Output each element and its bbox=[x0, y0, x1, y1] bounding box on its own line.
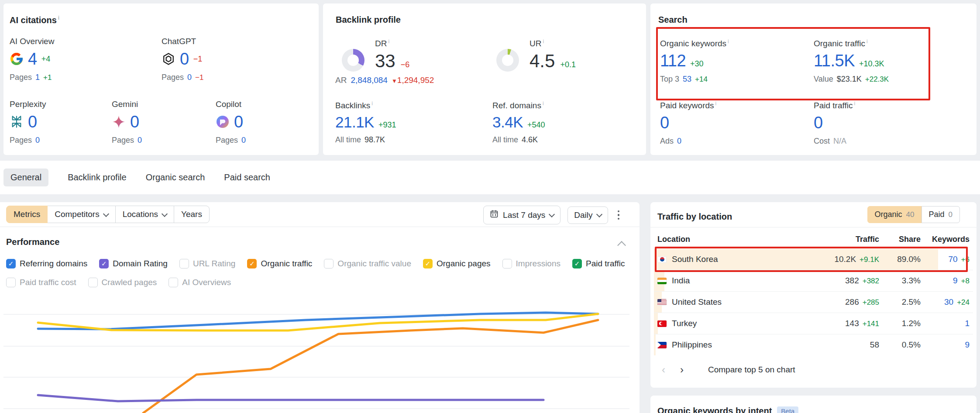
organic-paid-toggle: Organic40Paid0 bbox=[867, 206, 960, 223]
info-icon[interactable] bbox=[388, 38, 389, 45]
location-row-philippines[interactable]: Philippines580.5%9 bbox=[654, 334, 973, 355]
dr-label: DR bbox=[375, 38, 409, 48]
traffic-value: 143 bbox=[845, 319, 859, 328]
column-location: Location bbox=[657, 235, 809, 244]
unchecked-checkbox-icon bbox=[502, 259, 512, 268]
metric-checkbox-url-rating[interactable]: URL Rating bbox=[179, 259, 236, 268]
prev-page-button[interactable]: ‹ bbox=[657, 363, 670, 377]
location-name: South Korea bbox=[672, 255, 718, 264]
metric-checkbox-referring-domains[interactable]: ✓Referring domains bbox=[6, 259, 87, 268]
organic-traffic-value[interactable]: 11.5K bbox=[814, 52, 855, 69]
toggle-paid[interactable]: Paid0 bbox=[922, 206, 960, 223]
ar-label: AR bbox=[335, 76, 347, 85]
tab-organic-search[interactable]: Organic search bbox=[146, 169, 205, 186]
location-table-header: Location Traffic Share Keywords bbox=[650, 233, 977, 246]
metric-checkbox-crawled-pages[interactable]: Crawled pages bbox=[88, 278, 157, 287]
date-range-button[interactable]: Last 7 days bbox=[483, 206, 560, 224]
ai-provider-perplexity: Perplexity 0 Pages0 bbox=[10, 100, 110, 145]
granularity-button[interactable]: Daily bbox=[567, 206, 608, 224]
ref-domains-value[interactable]: 3.4K bbox=[492, 114, 523, 130]
info-icon[interactable] bbox=[728, 38, 729, 45]
metric-checkbox-paid-traffic[interactable]: ✓Paid traffic bbox=[572, 259, 625, 268]
toolbar-divider bbox=[0, 227, 640, 227]
metric-checkbox-impressions[interactable]: Impressions bbox=[502, 259, 560, 268]
paid-traffic-label: Paid traffic bbox=[814, 100, 855, 110]
copilot-count[interactable]: 0 bbox=[234, 114, 243, 130]
keywords-link[interactable]: 9 bbox=[953, 276, 958, 286]
dr-value: 33 bbox=[375, 52, 395, 70]
traffic-delta: +9.1K bbox=[860, 255, 879, 264]
toolbar-competitors-button[interactable]: Competitors bbox=[47, 206, 115, 223]
beta-badge: Beta bbox=[777, 406, 798, 413]
organic-keywords-value[interactable]: 112 bbox=[660, 52, 686, 69]
calendar-icon bbox=[490, 210, 499, 220]
metric-checkbox-domain-rating[interactable]: ✓Domain Rating bbox=[99, 259, 168, 268]
traffic-value: 58 bbox=[870, 340, 879, 350]
chatgpt-count[interactable]: 0 bbox=[180, 51, 189, 67]
ai-citations-title: AI citations bbox=[10, 15, 59, 25]
location-row-united-states[interactable]: United States286+2852.5%30+24 bbox=[654, 291, 973, 313]
toggle-organic[interactable]: Organic40 bbox=[867, 206, 922, 223]
paid-keywords-value[interactable]: 0 bbox=[660, 114, 669, 131]
ai-overview-count[interactable]: 4 bbox=[28, 51, 37, 67]
traffic-delta: +382 bbox=[863, 277, 879, 286]
toolbar-years-button[interactable]: Years bbox=[174, 206, 210, 223]
paid-traffic-value[interactable]: 0 bbox=[814, 114, 823, 131]
traffic-value: 286 bbox=[845, 297, 859, 307]
info-icon[interactable] bbox=[371, 100, 373, 107]
backlinks-label: Backlinks bbox=[335, 100, 396, 110]
metric-checkbox-ai-overviews[interactable]: AI Overviews bbox=[168, 278, 231, 287]
gemini-count[interactable]: 0 bbox=[130, 114, 139, 130]
metric-checkbox-organic-traffic[interactable]: ✓Organic traffic bbox=[247, 259, 312, 268]
info-icon[interactable] bbox=[854, 100, 855, 107]
info-icon[interactable] bbox=[543, 100, 544, 107]
location-row-south-korea[interactable]: South Korea10.2K+9.1K89.0%70+6 bbox=[654, 249, 973, 270]
compare-top5-link[interactable]: Compare top 5 on chart bbox=[708, 365, 795, 375]
more-options-kebab-icon[interactable] bbox=[615, 208, 622, 223]
next-page-button[interactable]: › bbox=[676, 363, 688, 377]
keywords-link[interactable]: 9 bbox=[965, 340, 970, 350]
report-tab-band: GeneralBacklink profileOrganic searchPai… bbox=[0, 161, 980, 194]
location-name: India bbox=[672, 276, 690, 286]
metric-checkbox-organic-traffic-value[interactable]: Organic traffic value bbox=[324, 259, 411, 268]
info-icon[interactable] bbox=[58, 15, 59, 21]
metric-checkbox-paid-traffic-cost[interactable]: Paid traffic cost bbox=[6, 278, 76, 287]
traffic-delta: +141 bbox=[863, 320, 879, 328]
tab-general[interactable]: General bbox=[3, 169, 48, 186]
keywords-by-intent-panel: Organic keywords by intent Beta bbox=[650, 396, 977, 413]
info-icon[interactable] bbox=[715, 100, 717, 107]
location-row-india[interactable]: India382+3823.3%9+8 bbox=[654, 270, 973, 291]
location-row-turkey[interactable]: Turkey143+1411.2%1 bbox=[654, 313, 973, 334]
keywords-link[interactable]: 30 bbox=[944, 297, 953, 307]
ai-provider-ai-overview: AI Overview 4 +4 Pages1+1 bbox=[10, 37, 110, 82]
us-flag-icon bbox=[657, 299, 667, 306]
toolbar-locations-button[interactable]: Locations bbox=[115, 206, 174, 223]
chevron-down-icon bbox=[162, 210, 168, 217]
share-value: 3.3% bbox=[902, 276, 921, 286]
search-card: Search Organic keywords 112 +30 Top 353+… bbox=[650, 3, 977, 155]
ur-label: UR bbox=[530, 38, 576, 48]
location-name: Philippines bbox=[672, 340, 712, 350]
backlinks-value[interactable]: 21.1K bbox=[335, 114, 374, 130]
checked-checkbox-icon: ✓ bbox=[247, 259, 257, 268]
perplexity-count[interactable]: 0 bbox=[28, 114, 37, 130]
info-icon[interactable] bbox=[867, 38, 868, 45]
ar-value[interactable]: 2,848,084 bbox=[351, 76, 388, 85]
tab-backlink-profile[interactable]: Backlink profile bbox=[68, 169, 127, 186]
keywords-link[interactable]: 70 bbox=[948, 255, 957, 264]
column-share: Share bbox=[879, 235, 921, 244]
backlink-profile-card: Backlink profile DR 33 −6 AR 2,848,084 ▼… bbox=[323, 3, 646, 155]
site-explorer-overview: AI citations AI Overview 4 +4 Pages1+1 C… bbox=[0, 0, 980, 413]
metric-checkbox-organic-pages[interactable]: ✓Organic pages bbox=[423, 259, 491, 268]
keywords-link[interactable]: 1 bbox=[965, 319, 970, 328]
info-icon[interactable] bbox=[543, 38, 544, 45]
keywords-delta: +8 bbox=[961, 277, 970, 286]
tab-paid-search[interactable]: Paid search bbox=[224, 169, 270, 186]
ai-citations-card: AI citations AI Overview 4 +4 Pages1+1 C… bbox=[3, 3, 319, 155]
copilot-icon bbox=[216, 115, 230, 129]
chart-line-domain-rating bbox=[38, 395, 543, 401]
toolbar-metrics-button[interactable]: Metrics bbox=[6, 206, 48, 223]
location-name: United States bbox=[672, 297, 722, 307]
chevron-down-icon bbox=[549, 211, 555, 217]
collapse-section-button[interactable] bbox=[619, 242, 625, 250]
